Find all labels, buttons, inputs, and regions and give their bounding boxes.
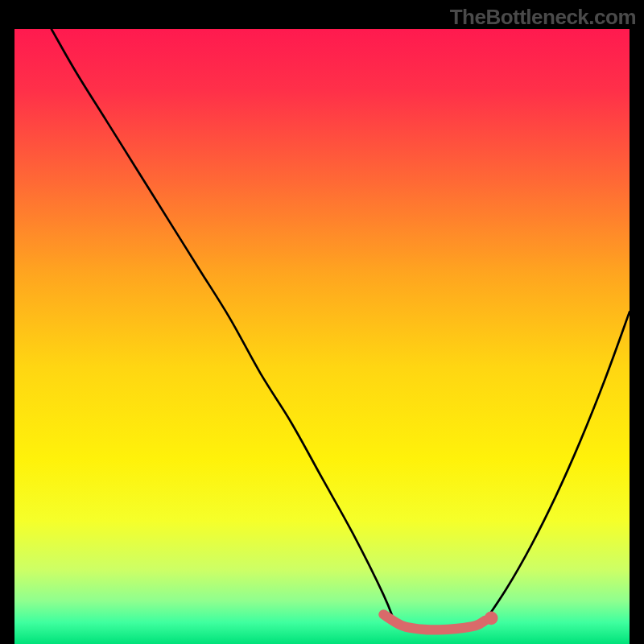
curves-layer: [14, 29, 630, 644]
chart-frame: TheBottleneck.com: [0, 0, 644, 644]
curve-right-arm: [482, 312, 630, 625]
curve-left-arm: [52, 29, 396, 625]
watermark-text: TheBottleneck.com: [450, 5, 636, 30]
accent-segment: [383, 614, 485, 630]
plot-area: [14, 29, 630, 630]
accent-dot: [485, 612, 498, 625]
